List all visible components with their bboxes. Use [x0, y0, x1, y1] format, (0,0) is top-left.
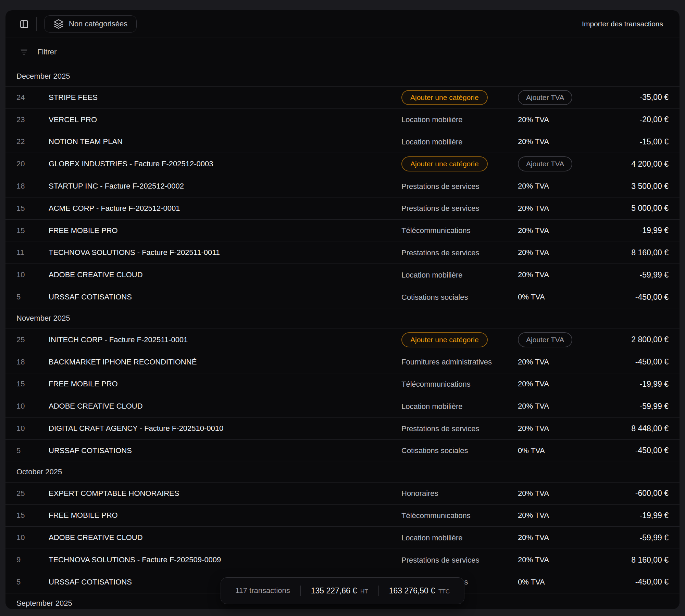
- transaction-amount: -450,00 €: [599, 357, 669, 367]
- transaction-title: GLOBEX INDUSTRIES - Facture F-202512-000…: [49, 159, 401, 168]
- transaction-amount: -20,00 €: [599, 115, 669, 124]
- transaction-day: 15: [16, 226, 49, 235]
- transaction-day: 23: [16, 115, 49, 124]
- category-label: Location mobilière: [401, 534, 463, 542]
- transaction-row[interactable]: 22NOTION TEAM PLANLocation mobilière20% …: [5, 131, 680, 153]
- transaction-row[interactable]: 10DIGITAL CRAFT AGENCY - Facture F-20251…: [5, 418, 680, 440]
- transaction-row[interactable]: 18BACKMARKET IPHONE RECONDITIONNÉFournit…: [5, 351, 680, 373]
- tva-label: 20% TVA: [518, 270, 549, 279]
- transaction-amount: -600,00 €: [599, 489, 669, 498]
- transaction-category-cell: Honoraires: [401, 489, 518, 498]
- add-category-button[interactable]: Ajouter une catégorie: [401, 156, 488, 171]
- transaction-row[interactable]: 25EXPERT COMPTABLE HONORAIRESHonoraires2…: [5, 483, 680, 505]
- transaction-row[interactable]: 5URSSAF COTISATIONSCotisations sociales0…: [5, 440, 680, 462]
- transaction-title: EXPERT COMPTABLE HONORAIRES: [49, 489, 401, 498]
- transaction-title: FREE MOBILE PRO: [49, 511, 401, 520]
- category-label: Honoraires: [401, 489, 438, 498]
- transaction-title: DIGITAL CRAFT AGENCY - Facture F-202510-…: [49, 424, 401, 433]
- transaction-title: TECHNOVA SOLUTIONS - Facture F-202511-00…: [49, 248, 401, 257]
- transaction-amount: -59,99 €: [599, 402, 669, 411]
- transaction-row[interactable]: 25INITECH CORP - Facture F-202511-0001Aj…: [5, 329, 680, 351]
- pill-divider: [378, 586, 379, 596]
- transaction-row[interactable]: 10ADOBE CREATIVE CLOUDLocation mobilière…: [5, 527, 680, 549]
- transaction-amount: 5 000,00 €: [599, 204, 669, 213]
- add-category-button[interactable]: Ajouter une catégorie: [401, 332, 488, 347]
- transaction-amount: -19,99 €: [599, 226, 669, 235]
- category-label: Prestations de services: [401, 248, 479, 257]
- transaction-row[interactable]: 10ADOBE CREATIVE CLOUDLocation mobilière…: [5, 264, 680, 286]
- transaction-list: December 202524STRIPE FEESAjouter une ca…: [5, 66, 680, 609]
- transaction-row[interactable]: 15FREE MOBILE PROTélécommunications20% T…: [5, 505, 680, 527]
- transaction-title: STARTUP INC - Facture F-202512-0002: [49, 182, 401, 191]
- transaction-row[interactable]: 15FREE MOBILE PROTélécommunications20% T…: [5, 373, 680, 396]
- transaction-title: TECHNOVA SOLUTIONS - Facture F-202509-00…: [49, 555, 401, 564]
- tva-label: 0% TVA: [518, 293, 545, 301]
- layers-icon: [53, 19, 64, 29]
- transaction-row[interactable]: 9TECHNOVA SOLUTIONS - Facture F-202509-0…: [5, 549, 680, 571]
- transaction-day: 25: [16, 335, 49, 344]
- transaction-category-cell: Cotisations sociales: [401, 292, 518, 301]
- transaction-tva-cell: 20% TVA: [518, 270, 599, 279]
- uncategorized-filter-button[interactable]: Non catégorisées: [44, 15, 137, 33]
- transaction-tva-cell: 0% TVA: [518, 578, 599, 587]
- transaction-amount: -450,00 €: [599, 577, 669, 587]
- transaction-tva-cell: Ajouter TVA: [518, 90, 599, 105]
- transaction-title: FREE MOBILE PRO: [49, 380, 401, 388]
- add-tva-button[interactable]: Ajouter TVA: [518, 90, 572, 105]
- tva-label: 20% TVA: [518, 248, 549, 257]
- transaction-day: 15: [16, 511, 49, 520]
- transaction-day: 15: [16, 204, 49, 213]
- tva-label: 20% TVA: [518, 555, 549, 564]
- month-header: November 2025: [5, 308, 680, 329]
- total-ttc-suffix: TTC: [438, 588, 450, 595]
- filter-button[interactable]: Filtrer: [37, 48, 57, 56]
- sidebar-toggle-button[interactable]: [16, 16, 32, 31]
- category-label: Cotisations sociales: [401, 446, 468, 455]
- transaction-row[interactable]: 24STRIPE FEESAjouter une catégorieAjoute…: [5, 87, 680, 109]
- transaction-amount: -59,99 €: [599, 533, 669, 542]
- transaction-tva-cell: 20% TVA: [518, 115, 599, 124]
- tva-label: 20% TVA: [518, 358, 549, 366]
- category-label: Prestations de services: [401, 556, 479, 565]
- transaction-category-cell: Location mobilière: [401, 270, 518, 280]
- tva-label: 20% TVA: [518, 489, 549, 498]
- transaction-day: 24: [16, 93, 49, 102]
- transaction-category-cell: Ajouter une catégorie: [401, 332, 518, 347]
- transaction-row[interactable]: 23VERCEL PROLocation mobilière20% TVA-20…: [5, 109, 680, 131]
- transaction-row[interactable]: 20GLOBEX INDUSTRIES - Facture F-202512-0…: [5, 153, 680, 175]
- add-tva-button[interactable]: Ajouter TVA: [518, 332, 572, 347]
- transaction-category-cell: Prestations de services: [401, 555, 518, 564]
- transaction-amount: 4 200,00 €: [599, 159, 669, 169]
- category-label: Cotisations sociales: [401, 293, 468, 302]
- transaction-row[interactable]: 5URSSAF COTISATIONSCotisations sociales0…: [5, 286, 680, 308]
- tva-label: 0% TVA: [518, 578, 545, 586]
- tva-label: 0% TVA: [518, 446, 545, 455]
- transaction-amount: 2 800,00 €: [599, 335, 669, 344]
- add-category-button[interactable]: Ajouter une catégorie: [401, 90, 488, 105]
- transaction-row[interactable]: 15FREE MOBILE PROTélécommunications20% T…: [5, 220, 680, 242]
- transactions-count: 117 transactions: [235, 586, 290, 595]
- tva-label: 20% TVA: [518, 137, 549, 146]
- total-ht-suffix: HT: [360, 588, 368, 595]
- transaction-day: 11: [16, 248, 49, 257]
- transaction-title: ADOBE CREATIVE CLOUD: [49, 270, 401, 279]
- tva-label: 20% TVA: [518, 424, 549, 433]
- transaction-amount: 8 160,00 €: [599, 555, 669, 565]
- month-header: December 2025: [5, 66, 680, 87]
- total-ttc-amount: 163 276,50 €: [389, 586, 435, 595]
- transaction-title: STRIPE FEES: [49, 93, 401, 102]
- transaction-category-cell: Prestations de services: [401, 424, 518, 433]
- panel-left-icon: [20, 20, 29, 29]
- transaction-amount: -35,00 €: [599, 93, 669, 102]
- transaction-category-cell: Ajouter une catégorie: [401, 156, 518, 171]
- transaction-row[interactable]: 18STARTUP INC - Facture F-202512-0002Pre…: [5, 175, 680, 197]
- transaction-day: 5: [16, 578, 49, 587]
- transaction-title: VERCEL PRO: [49, 115, 401, 124]
- transaction-row[interactable]: 15ACME CORP - Facture F-202512-0001Prest…: [5, 197, 680, 220]
- add-tva-button[interactable]: Ajouter TVA: [518, 156, 572, 171]
- transaction-row[interactable]: 10ADOBE CREATIVE CLOUDLocation mobilière…: [5, 395, 680, 418]
- transaction-amount: 8 160,00 €: [599, 248, 669, 257]
- import-transactions-button[interactable]: Importer des transactions: [582, 20, 663, 28]
- transactions-page: { "topbar": { "uncategorized_label": "No…: [0, 0, 685, 616]
- transaction-row[interactable]: 11TECHNOVA SOLUTIONS - Facture F-202511-…: [5, 242, 680, 264]
